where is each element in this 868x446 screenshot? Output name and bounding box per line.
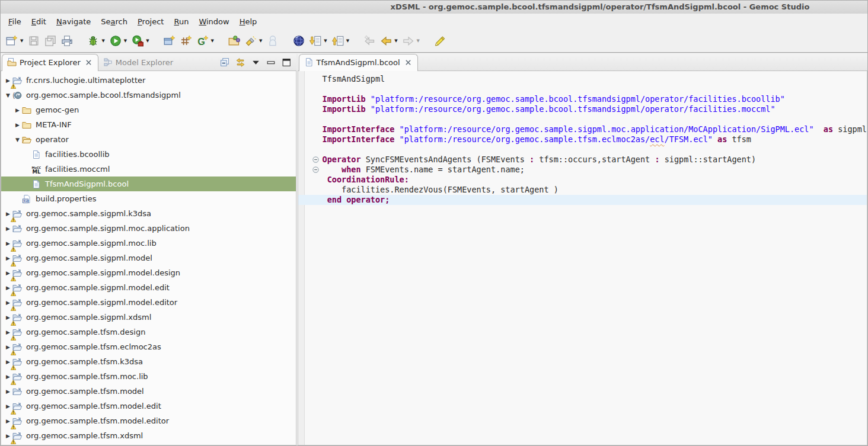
print-button[interactable] (59, 33, 75, 49)
menu-project[interactable]: Project (133, 15, 168, 28)
dropdown-arrow-icon[interactable]: ▼ (416, 38, 422, 43)
code-line[interactable]: ImportInterface "platform:/resource/org.… (298, 134, 867, 145)
folder-icon (22, 120, 32, 130)
dropdown-arrow-icon[interactable]: ▼ (145, 38, 151, 43)
run-button[interactable] (108, 33, 123, 49)
save-all-button[interactable] (43, 33, 58, 49)
menu-file[interactable]: File (4, 15, 25, 28)
run-external-button[interactable] (130, 33, 145, 49)
close-icon[interactable] (404, 59, 412, 66)
debug-button[interactable] (85, 33, 101, 49)
open-web-browser-button[interactable] (291, 33, 307, 49)
tree-item[interactable]: ▶org.gemoc.sample.sigpml.moc.application (1, 221, 296, 236)
code-line[interactable] (298, 145, 867, 155)
tree-item[interactable]: ▶org.gemoc.sample.tfsm.eclmoc2as (1, 339, 296, 354)
menu-edit[interactable]: Edit (27, 15, 50, 28)
code-editor[interactable]: TfsmAndSigpmlImportLib "platform:/resour… (298, 71, 867, 445)
next-annotation-button[interactable] (308, 33, 323, 49)
tree-item[interactable]: ▼(org.gemoc.sample.bcool.tfsmandsigpml (1, 88, 296, 102)
menu-navigate[interactable]: Navigate (52, 15, 95, 28)
save-button[interactable] (26, 33, 42, 49)
tab-project-explorer[interactable]: Project Explorer (2, 54, 98, 71)
previous-annotation-button[interactable] (330, 33, 346, 49)
dropdown-arrow-icon[interactable]: ▼ (259, 38, 264, 43)
dropdown-arrow-icon[interactable]: ▼ (123, 38, 129, 43)
dropdown-arrow-icon[interactable]: ▼ (210, 38, 216, 43)
tree-item[interactable]: facilities.bcoollib (1, 147, 296, 162)
tree-item[interactable]: ▶org.gemoc.sample.sigpml.model.design (1, 265, 296, 280)
code-line[interactable] (298, 114, 867, 124)
link-with-editor-icon[interactable] (235, 57, 245, 68)
menu-window[interactable]: Window (194, 15, 233, 28)
close-icon[interactable] (85, 59, 92, 66)
dropdown-arrow-icon[interactable]: ▼ (20, 38, 25, 43)
code-line[interactable]: Operator SyncFSMEventsAndAgents (FSMEven… (298, 155, 867, 165)
tree-item[interactable]: ▶org.gemoc.sample.tfsm.xdsml (1, 428, 296, 443)
tree-item[interactable]: ▶org.gemoc.sample.sigpml.model.edit (1, 280, 296, 295)
code-line[interactable]: ImportInterface "platform:/resource/org.… (298, 124, 867, 134)
chevron-right-icon[interactable]: ▶ (13, 122, 22, 128)
code-line[interactable]: TfsmAndSigpml (298, 74, 867, 84)
tree-item[interactable]: ▶fr.cnrs.luchogie.ultimateplotter (1, 73, 296, 88)
new-modeling-project-button[interactable] (162, 33, 177, 49)
tree-item[interactable]: ▶org.gemoc.sample.tfsm.design (1, 325, 296, 339)
back-button[interactable] (378, 33, 394, 49)
fold-minus-icon[interactable] (312, 166, 319, 173)
chevron-right-icon[interactable]: ▶ (4, 226, 12, 232)
dropdown-arrow-icon[interactable]: ▼ (346, 38, 351, 43)
code-line[interactable]: end operator; (298, 195, 867, 205)
chevron-right-icon[interactable]: ▶ (4, 389, 12, 394)
tree-item[interactable]: ▶gemoc-gen (1, 102, 296, 117)
dropdown-arrow-icon[interactable]: ▼ (323, 38, 328, 43)
tree-item[interactable]: ▶org.gemoc.sample.tfsm.model.editor (1, 413, 296, 428)
tree-item-label: org.gemoc.sample.tfsm.model.edit (26, 402, 161, 410)
tree-item[interactable]: 010build.properties (1, 191, 296, 206)
code-token (394, 124, 399, 134)
mark-occurrences-button[interactable] (265, 33, 280, 49)
new-wizard-button[interactable] (4, 33, 20, 49)
last-edit-location-button[interactable] (362, 33, 377, 49)
code-line[interactable] (298, 84, 867, 94)
maximize-icon[interactable] (282, 57, 292, 68)
tree-item[interactable]: ▶org.gemoc.sample.tfsm.model.edit (1, 399, 296, 413)
tree-item[interactable]: ▶META-INF (1, 117, 296, 132)
tree-item[interactable]: MoCCMLfacilities.moccml (1, 162, 296, 177)
tree-item[interactable]: ▶org.gemoc.sample.sigpml.k3dsa (1, 206, 296, 221)
chevron-right-icon[interactable]: ▶ (13, 107, 22, 113)
tree-item[interactable]: ▼operator (1, 132, 296, 147)
fold-minus-icon[interactable] (312, 156, 319, 163)
chevron-down-icon[interactable]: ▼ (13, 137, 22, 143)
tree-item[interactable]: ▶org.gemoc.sample.sigpml.model.editor (1, 295, 296, 310)
dropdown-arrow-icon[interactable]: ▼ (101, 38, 106, 43)
code-line[interactable]: ImportLib "platform:/resource/org.gemoc.… (298, 94, 867, 104)
tab-model-explorer[interactable]: Model Explorer (98, 54, 178, 70)
new-class-g-button[interactable]: G (195, 33, 210, 49)
menu-help[interactable]: Help (235, 15, 261, 28)
forward-button[interactable] (401, 33, 416, 49)
code-line[interactable]: ImportLib "platform:/resource/org.gemoc.… (298, 104, 867, 114)
chevron-down-icon[interactable]: ▼ (4, 92, 12, 98)
tree-item[interactable]: ▶org.gemoc.sample.tfsm.k3dsa (1, 354, 296, 369)
menu-search[interactable]: Search (97, 15, 132, 28)
search-button[interactable] (243, 33, 259, 49)
minimize-icon[interactable] (266, 57, 276, 68)
highlighter-button[interactable] (432, 33, 448, 49)
tree-item[interactable]: ▶org.gemoc.sample.sigpml.moc.lib (1, 236, 296, 251)
code-line[interactable]: when FSMEvents.name = startAgent.name; (298, 165, 867, 175)
menu-run[interactable]: Run (170, 15, 193, 28)
tree-item[interactable]: TfsmAndSigpml.bcool (1, 177, 296, 191)
tab-editor-tfsmandsigpml[interactable]: TfsmAndSigpml.bcool (299, 54, 418, 71)
code-token (394, 134, 399, 144)
tree-item[interactable]: ▶org.gemoc.sample.sigpml.model (1, 251, 296, 265)
project-open-icon (12, 254, 23, 263)
open-type-button[interactable] (226, 33, 242, 49)
dropdown-arrow-icon[interactable]: ▼ (394, 38, 399, 43)
collapse-all-icon[interactable] (220, 57, 230, 68)
code-line[interactable]: CoordinationRule: (298, 175, 867, 185)
new-table-button[interactable] (178, 33, 194, 49)
code-line[interactable]: facilities.RendezVous(FSMEvents, startAg… (298, 185, 867, 195)
tree-item[interactable]: ▶org.gemoc.sample.sigpml.xdsml (1, 310, 296, 325)
tree-item[interactable]: ▶org.gemoc.sample.tfsm.moc.lib (1, 369, 296, 384)
tree-item[interactable]: ▶org.gemoc.sample.tfsm.model (1, 384, 296, 399)
view-menu-icon[interactable] (251, 57, 261, 68)
